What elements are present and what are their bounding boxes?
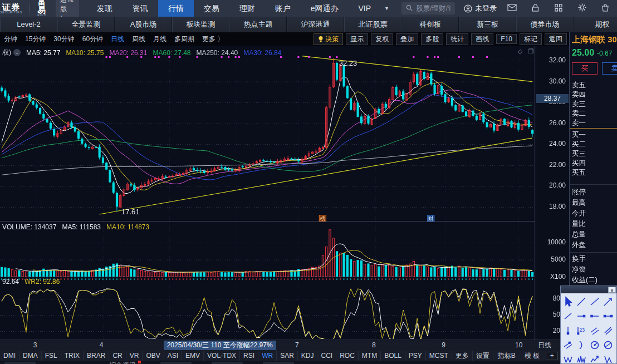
menu-item-理财[interactable]: 理财 — [229, 0, 265, 17]
stat-今开[interactable]: 今开25 — [572, 209, 617, 218]
bottom-strip-item[interactable] — [160, 362, 192, 364]
add-pane-button[interactable]: + — [546, 352, 558, 360]
indicator-tab-TRIX[interactable]: TRIX — [61, 351, 84, 361]
sell-level-1[interactable]: 卖五25 — [572, 81, 617, 90]
kline-chart-canvas[interactable] — [0, 46, 569, 351]
indicator-tab-更多[interactable]: 更多 — [452, 351, 473, 361]
buy-level-5[interactable]: 买五24 — [572, 168, 617, 178]
sell-level-3[interactable]: 卖三25 — [572, 100, 617, 109]
toolbar-button-决策[interactable]: 决策 — [314, 33, 343, 45]
subnav-item-热点主题[interactable]: 热点主题 — [229, 17, 287, 32]
bag-icon[interactable] — [594, 4, 617, 13]
subnav-item-A股市场[interactable]: A股市场 — [115, 17, 172, 32]
tool-parallel-lines-2-icon[interactable] — [601, 323, 615, 338]
tool-segment-two-dots-icon[interactable] — [601, 309, 615, 323]
timeframe-周线[interactable]: 周线 — [128, 35, 149, 44]
search-input[interactable] — [416, 4, 450, 12]
tool-segment-dot-left-icon[interactable] — [588, 309, 601, 323]
menu-item-行情[interactable]: 行情 — [158, 0, 194, 17]
lock-icon[interactable] — [523, 4, 547, 13]
indicator-tab-WR[interactable]: WR — [258, 351, 277, 361]
toolbar-button-复权[interactable]: 复权 — [371, 33, 393, 45]
tool-trend-line-2-icon[interactable] — [588, 294, 601, 309]
toolbar-button-多股[interactable]: 多股 — [421, 33, 443, 45]
stat-最高[interactable]: 最高26 — [572, 198, 617, 208]
indicator-tab-EMV[interactable]: EMV — [182, 351, 204, 361]
tool-v-wave-icon[interactable] — [601, 352, 615, 364]
buy-level-3[interactable]: 买三24 — [572, 149, 617, 159]
indicator-tab-MTM[interactable]: MTM — [359, 351, 381, 361]
diamond-icon[interactable]: ◇ — [518, 48, 522, 55]
menu-item-资讯[interactable]: 资讯 — [123, 0, 158, 17]
indicator-tab-ROC[interactable]: ROC — [336, 351, 359, 361]
subnav-item-全景监测[interactable]: 全景监测 — [57, 17, 115, 32]
bottom-strip-item[interactable] — [263, 362, 294, 364]
sell-level-2[interactable]: 卖四25 — [572, 90, 617, 100]
timeframe-30分钟[interactable]: 30分钟 — [50, 35, 78, 44]
tool-trend-line-icon[interactable] — [575, 294, 588, 309]
stat-外盘[interactable]: 外盘58 — [572, 240, 617, 250]
menu-item-交易[interactable]: 交易 — [194, 0, 229, 17]
stat-总量[interactable]: 总量134 — [572, 230, 617, 239]
stat-量比[interactable]: 量比1 — [572, 219, 617, 229]
tool-arc-icon[interactable] — [575, 338, 588, 352]
buy-level-1[interactable]: 买一24 — [572, 130, 617, 140]
subnav-item-债券市场[interactable]: 债券市场 — [516, 17, 574, 32]
date-highlight[interactable]: 2025/04/30/三 110 至今涨幅22.97% — [164, 341, 276, 350]
timeframe-更多 〉[interactable]: 更多 〉 — [198, 35, 228, 44]
indicator-tab-设置[interactable]: 设置 — [473, 351, 493, 361]
toolbar-button-统计[interactable]: 统计 — [446, 33, 468, 45]
panel-toggle-icon[interactable]: ❐ — [528, 48, 533, 55]
apps-icon[interactable] — [547, 4, 570, 13]
tool-parallel-segment-icon[interactable] — [561, 338, 575, 352]
subnav-item-科创板[interactable]: 科创板 — [401, 17, 459, 32]
tool-w-wave-icon[interactable] — [561, 352, 575, 364]
subnav-item-板块监测[interactable]: 板块监测 — [172, 17, 229, 32]
buy-level-4[interactable]: 买四24 — [572, 159, 617, 168]
collapse-chevron-icon[interactable]: ⌄ — [13, 49, 21, 56]
stat-收益(二)[interactable]: 收益(二)0. — [572, 276, 617, 285]
palette-titlebar[interactable]: x — [561, 286, 616, 293]
buy-level-2[interactable]: 买二24 — [572, 140, 617, 149]
toolbar-button-F10[interactable]: F10 — [496, 34, 517, 44]
stat-净资[interactable]: 净资6 — [572, 265, 617, 274]
bottom-strip-item[interactable] — [4, 362, 36, 364]
stat-换手[interactable]: 换手4.3 — [572, 254, 617, 264]
tool-segment-dot-right-icon[interactable] — [575, 309, 588, 323]
timeframe-分钟[interactable]: 分钟 — [0, 35, 21, 44]
login-status[interactable]: 未登录 — [464, 3, 497, 13]
timeframe-日线[interactable]: 日线 — [107, 35, 128, 44]
toolbar-button-画线[interactable]: 画线 — [471, 33, 493, 45]
toolbar-button-叠加[interactable]: 叠加 — [396, 33, 418, 45]
indicator-tab-CCI[interactable]: CCI — [317, 351, 336, 361]
indicator-tab-PSY[interactable]: PSY — [405, 351, 426, 361]
indicator-tab-KDJ[interactable]: KDJ — [298, 351, 318, 361]
mail-icon[interactable] — [500, 4, 523, 13]
tool-arrow-line-icon[interactable] — [601, 294, 615, 309]
menu-item-发现[interactable]: 发现 — [87, 0, 123, 17]
axis-period-label[interactable]: 日线 — [538, 341, 551, 350]
indicator-tab-CR[interactable]: CR — [109, 351, 126, 361]
timeframe-多周期[interactable]: 多周期 — [170, 35, 198, 44]
toolbar-button-标记[interactable]: 标记 — [520, 33, 542, 45]
tool-vertical-line-dot-icon[interactable] — [561, 323, 575, 338]
timeframe-月线[interactable]: 月线 — [149, 35, 170, 44]
bottom-strip-item-综合资讯[interactable]: 综合资讯 — [109, 361, 136, 364]
indicator-tab-RSI[interactable]: RSI — [240, 351, 258, 361]
tool-cursor-icon[interactable] — [561, 294, 575, 309]
indicator-tab-VR[interactable]: VR — [126, 351, 143, 361]
tool-circle-chord-icon[interactable] — [601, 338, 615, 352]
right-tab-模 板[interactable]: 模 板 — [520, 351, 544, 361]
menu-item-账户[interactable]: 账户 — [265, 0, 301, 17]
timeframe-15分钟[interactable]: 15分钟 — [21, 35, 50, 44]
toolbar-button-返回[interactable]: 返回 — [545, 33, 567, 45]
gear-icon[interactable] — [570, 3, 594, 13]
subnav-item-期权[interactable]: 期权 — [574, 17, 617, 32]
sell-level-4[interactable]: 卖二25 — [572, 109, 617, 119]
menu-overflow-caret[interactable]: ▼ — [384, 6, 389, 11]
global-search[interactable] — [401, 2, 455, 14]
subnav-item-沪深港通[interactable]: 沪深港通 — [287, 17, 344, 32]
close-icon[interactable]: x — [608, 287, 616, 293]
indicator-tab-BOLL[interactable]: BOLL — [381, 351, 405, 361]
tool-zigzag-arrow-icon[interactable] — [588, 352, 601, 364]
